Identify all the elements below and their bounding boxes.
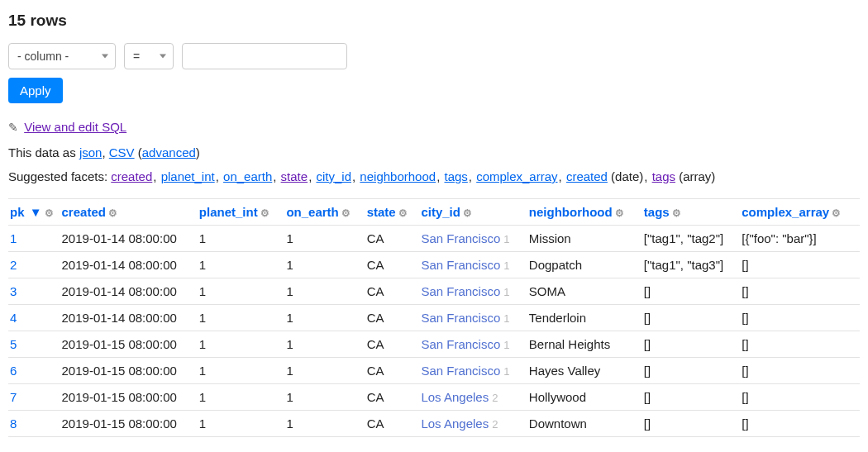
city-id-badge: 1 <box>503 339 509 351</box>
city-id-badge: 1 <box>503 286 509 298</box>
table-header-row: pk ▼⚙created⚙planet_int⚙on_earth⚙state⚙c… <box>8 199 860 226</box>
city-link[interactable]: San Francisco <box>421 231 500 245</box>
column-sort-link-created[interactable]: created <box>62 205 106 219</box>
export-section: This data as json, CSV (advanced) <box>8 145 860 159</box>
facet-link-created-extra[interactable]: created <box>566 169 608 183</box>
cell-complex-array: [] <box>740 358 860 384</box>
table-row: 52019-01-15 08:00:0011CASan Francisco1Be… <box>8 331 860 358</box>
filter-value-input[interactable] <box>182 43 347 69</box>
table-row: 42019-01-14 08:00:0011CASan Francisco1Te… <box>8 305 860 331</box>
cell-planet-int: 1 <box>198 252 285 278</box>
cell-tags: ["tag1", "tag2"] <box>642 226 740 252</box>
facet-link-tags[interactable]: tags <box>444 169 467 183</box>
cell-created: 2019-01-15 08:00:00 <box>60 358 198 384</box>
filter-column-select[interactable]: - column - <box>8 43 116 69</box>
cell-state: CA <box>365 384 420 411</box>
cell-complex-array: [] <box>740 278 860 305</box>
cell-city-id: San Francisco1 <box>419 331 527 358</box>
sort-arrow-icon: ▼ <box>26 205 42 219</box>
column-sort-link-state[interactable]: state <box>367 205 396 219</box>
cell-on-earth: 1 <box>284 252 365 278</box>
filter-operator-select[interactable]: = <box>124 43 174 69</box>
table-row: 22019-01-14 08:00:0011CASan Francisco1Do… <box>8 252 860 278</box>
cell-tags: [] <box>642 411 740 437</box>
column-sort-link-pk[interactable]: pk <box>10 205 25 219</box>
column-header-created: created⚙ <box>60 199 198 226</box>
row-pk-link[interactable]: 8 <box>10 416 17 431</box>
cell-city-id: San Francisco1 <box>419 252 527 278</box>
column-sort-link-city_id[interactable]: city_id <box>421 205 460 219</box>
cell-created: 2019-01-14 08:00:00 <box>60 305 198 331</box>
gear-icon[interactable]: ⚙ <box>615 207 624 219</box>
city-link[interactable]: San Francisco <box>421 258 500 272</box>
facet-link-tags-extra[interactable]: tags <box>652 169 675 183</box>
facet-link-created[interactable]: created <box>111 169 152 183</box>
facet-link-city_id[interactable]: city_id <box>316 169 351 183</box>
city-link[interactable]: Los Angeles <box>421 416 489 431</box>
export-advanced-link[interactable]: advanced <box>142 145 196 159</box>
facet-link-state[interactable]: state <box>281 169 308 183</box>
view-edit-sql-link[interactable]: View and edit SQL <box>24 120 126 134</box>
facet-link-on_earth[interactable]: on_earth <box>223 169 272 183</box>
gear-icon[interactable]: ⚙ <box>108 207 117 219</box>
facet-link-complex_array[interactable]: complex_array <box>476 169 557 183</box>
gear-icon[interactable]: ⚙ <box>341 207 351 219</box>
row-pk-link[interactable]: 5 <box>10 337 17 351</box>
column-header-neighborhood: neighborhood⚙ <box>527 199 642 226</box>
export-csv-link[interactable]: CSV <box>109 145 135 159</box>
apply-button[interactable]: Apply <box>8 78 63 103</box>
row-pk-link[interactable]: 4 <box>10 311 17 325</box>
cell-complex-array: [{"foo": "bar"}] <box>740 226 860 252</box>
column-sort-link-on_earth[interactable]: on_earth <box>286 205 338 219</box>
page-title: 15 rows <box>8 12 860 30</box>
facet-link-planet_int[interactable]: planet_int <box>161 169 215 183</box>
cell-state: CA <box>365 278 420 305</box>
gear-icon[interactable]: ⚙ <box>260 207 269 219</box>
cell-neighborhood: Dogpatch <box>527 252 642 278</box>
cell-city-id: San Francisco1 <box>419 305 527 331</box>
cell-neighborhood: SOMA <box>527 278 642 305</box>
city-id-badge: 2 <box>492 392 498 404</box>
cell-on-earth: 1 <box>284 331 365 358</box>
column-header-planet_int: planet_int⚙ <box>198 199 285 226</box>
column-sort-link-complex_array[interactable]: complex_array <box>742 205 829 219</box>
cell-city-id: San Francisco1 <box>419 226 527 252</box>
cell-tags: [] <box>642 331 740 358</box>
column-sort-link-tags[interactable]: tags <box>644 205 670 219</box>
cell-neighborhood: Bernal Heights <box>527 331 642 358</box>
row-pk-link[interactable]: 7 <box>10 390 17 404</box>
city-id-badge: 2 <box>492 418 498 431</box>
row-pk-link[interactable]: 1 <box>10 231 17 245</box>
column-header-state: state⚙ <box>365 199 420 226</box>
table-row: 12019-01-14 08:00:0011CASan Francisco1Mi… <box>8 226 860 252</box>
column-header-on_earth: on_earth⚙ <box>284 199 365 226</box>
row-pk-link[interactable]: 6 <box>10 364 17 378</box>
gear-icon[interactable]: ⚙ <box>463 207 472 219</box>
chevron-down-icon <box>160 55 166 59</box>
column-header-city_id: city_id⚙ <box>419 199 527 226</box>
cell-planet-int: 1 <box>198 411 285 437</box>
column-sort-link-planet_int[interactable]: planet_int <box>199 205 258 219</box>
cell-on-earth: 1 <box>284 278 365 305</box>
city-link[interactable]: San Francisco <box>421 284 500 298</box>
facet-link-neighborhood[interactable]: neighborhood <box>360 169 436 183</box>
cell-tags: [] <box>642 305 740 331</box>
city-link[interactable]: San Francisco <box>421 337 500 351</box>
gear-icon[interactable]: ⚙ <box>672 207 681 219</box>
row-pk-link[interactable]: 2 <box>10 258 17 272</box>
city-link[interactable]: Los Angeles <box>421 390 489 404</box>
gear-icon[interactable]: ⚙ <box>45 207 54 219</box>
cell-city-id: Los Angeles2 <box>419 384 527 411</box>
data-table: pk ▼⚙created⚙planet_int⚙on_earth⚙state⚙c… <box>8 198 860 437</box>
cell-city-id: Los Angeles2 <box>419 411 527 437</box>
cell-state: CA <box>365 331 420 358</box>
export-json-link[interactable]: json <box>79 145 103 159</box>
cell-planet-int: 1 <box>198 331 285 358</box>
city-link[interactable]: San Francisco <box>421 364 500 378</box>
gear-icon[interactable]: ⚙ <box>832 207 841 219</box>
row-pk-link[interactable]: 3 <box>10 284 17 298</box>
city-link[interactable]: San Francisco <box>421 311 500 325</box>
cell-complex-array: [] <box>740 252 860 278</box>
gear-icon[interactable]: ⚙ <box>398 207 408 219</box>
column-sort-link-neighborhood[interactable]: neighborhood <box>529 205 613 219</box>
